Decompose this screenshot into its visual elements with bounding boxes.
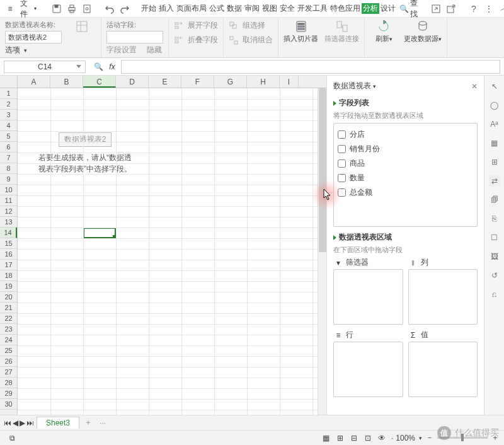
tab-layout[interactable]: 页面布局	[175, 3, 208, 14]
page-icon[interactable]: ☐	[489, 232, 500, 243]
row-header[interactable]: 15	[0, 238, 17, 249]
columns-area[interactable]	[408, 269, 478, 325]
chart-icon[interactable]: ⊞	[489, 156, 500, 168]
sheet-nav-last[interactable]: ⏭	[26, 419, 34, 427]
zoom-value[interactable]: 100%	[396, 434, 415, 442]
style-icon[interactable]: Aª	[489, 118, 500, 130]
menu-hamburger[interactable]: ≡	[3, 4, 18, 14]
field-item[interactable]: 销售月份	[338, 142, 473, 156]
eye-icon[interactable]: 👁	[377, 433, 387, 443]
view-normal-icon[interactable]: ▦	[321, 433, 331, 443]
col-header[interactable]: I	[280, 76, 299, 88]
row-header[interactable]: 8	[0, 163, 17, 174]
row-header[interactable]: 12	[0, 206, 17, 217]
tab-dev[interactable]: 开发工具	[296, 3, 329, 14]
formula-input[interactable]	[121, 60, 500, 74]
export-icon[interactable]	[444, 4, 459, 14]
refresh-button[interactable]: 刷新▾	[370, 20, 398, 43]
col-header[interactable]: E	[149, 76, 181, 88]
field-item[interactable]: 分店	[338, 127, 473, 142]
magnify-icon[interactable]: 🔍	[93, 62, 103, 72]
row-header[interactable]: 18	[0, 270, 17, 281]
row-header[interactable]: 30	[0, 399, 17, 410]
image-icon[interactable]: 🖼	[489, 251, 500, 262]
link-icon[interactable]: ⎘	[489, 213, 500, 224]
sheet-nav-prev[interactable]: ◀	[13, 419, 18, 427]
col-header[interactable]: F	[181, 76, 214, 88]
tab-analyze[interactable]: 分析	[362, 3, 379, 14]
tab-insert[interactable]: 插入	[158, 3, 175, 14]
tab-review[interactable]: 审阅	[243, 3, 261, 14]
record-icon[interactable]: ⧉	[7, 433, 17, 443]
name-box[interactable]: C14	[4, 61, 86, 73]
field-list-header[interactable]: 字段列表	[333, 98, 478, 108]
tab-data[interactable]: 数据	[226, 3, 243, 14]
share-icon[interactable]	[428, 4, 444, 14]
select-all-corner[interactable]	[0, 76, 18, 88]
field-list-box[interactable]: 分店 销售月份 商品 数量 总金额	[333, 123, 478, 227]
zoom-out-button[interactable]: －	[426, 432, 433, 443]
row-header[interactable]: 3	[0, 110, 17, 120]
clipboard-icon[interactable]: 🗐	[489, 194, 500, 205]
swap-icon[interactable]: ⇄	[489, 175, 500, 187]
row-header[interactable]: 5	[0, 131, 17, 142]
more-icon[interactable]: ⋮	[481, 4, 496, 14]
spreadsheet-grid[interactable]: A B C D E F G H I 1234567891011121314151…	[0, 76, 326, 415]
tab-security[interactable]: 安全	[278, 3, 296, 14]
col-header[interactable]: A	[18, 76, 50, 88]
redo-icon[interactable]	[117, 4, 132, 14]
active-cell[interactable]	[83, 228, 116, 238]
preview-icon[interactable]	[79, 4, 94, 14]
read-mode-icon[interactable]: ⊡	[363, 433, 373, 443]
row-header[interactable]: 26	[0, 356, 17, 367]
shape-icon[interactable]: ◯	[489, 100, 500, 111]
row-header[interactable]: 20	[0, 292, 17, 303]
row-header[interactable]: 6	[0, 142, 17, 153]
area-header[interactable]: 数据透视表区域	[333, 232, 478, 243]
row-header[interactable]: 24	[0, 335, 17, 345]
col-header[interactable]: G	[214, 76, 247, 88]
col-header[interactable]: B	[50, 76, 83, 88]
file-menu[interactable]: 文件▾	[18, 0, 42, 20]
col-header[interactable]: D	[116, 76, 149, 88]
add-sheet-button[interactable]: ＋	[82, 417, 94, 428]
search-button[interactable]: 🔍查找	[397, 0, 421, 20]
row-header[interactable]: 19	[0, 281, 17, 292]
row-header[interactable]: 4	[0, 120, 17, 131]
pivot-name-input[interactable]	[5, 31, 62, 43]
options-button[interactable]: 选项	[5, 45, 20, 55]
col-header[interactable]: C	[83, 76, 116, 88]
change-source-button[interactable]: 更改数据源▾	[404, 20, 442, 43]
close-icon[interactable]: ✕	[471, 82, 478, 91]
row-header[interactable]: 14	[0, 228, 17, 238]
field-item[interactable]: 总金额	[338, 185, 473, 200]
row-header[interactable]: 13	[0, 217, 17, 228]
undo-icon[interactable]	[102, 4, 117, 14]
tab-start[interactable]: 开始	[140, 3, 158, 14]
row-header[interactable]: 2	[0, 99, 17, 110]
help-icon[interactable]: ?	[466, 4, 481, 14]
row-header[interactable]: 23	[0, 324, 17, 335]
row-header[interactable]: 27	[0, 367, 17, 378]
values-area[interactable]	[408, 342, 478, 397]
row-header[interactable]: 16	[0, 249, 17, 260]
row-header[interactable]: 10	[0, 185, 17, 195]
row-header[interactable]: 11	[0, 195, 17, 206]
col-header[interactable]: H	[247, 76, 280, 88]
sheet-nav-next[interactable]: ▶	[20, 419, 25, 427]
sheet-more[interactable]: ···	[97, 419, 108, 427]
backup-icon[interactable]: ⎌	[489, 289, 500, 300]
sheet-nav-first[interactable]: ⏮	[4, 419, 11, 427]
rows-area[interactable]	[333, 342, 403, 397]
table-icon[interactable]: ▦	[489, 137, 500, 149]
row-header[interactable]: 25	[0, 345, 17, 356]
collapse-ribbon-icon[interactable]: ︿	[496, 4, 504, 14]
sheet-tab-active[interactable]: Sheet3	[37, 417, 79, 429]
tab-design[interactable]: 设计	[379, 3, 397, 14]
print-icon[interactable]	[64, 4, 79, 14]
row-header[interactable]: 1	[0, 88, 17, 99]
tab-view[interactable]: 视图	[261, 3, 278, 14]
view-break-icon[interactable]: ⊟	[349, 433, 359, 443]
view-page-icon[interactable]: ⊞	[335, 433, 345, 443]
row-header[interactable]: 9	[0, 174, 17, 185]
